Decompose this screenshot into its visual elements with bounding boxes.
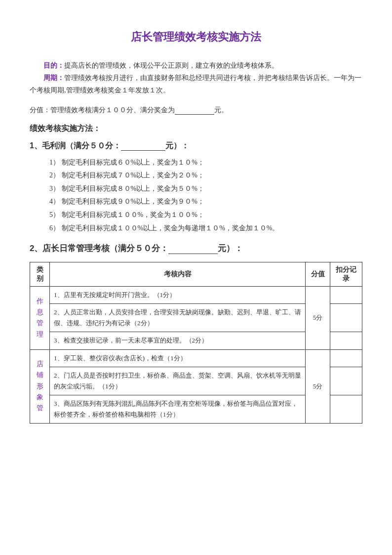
content-cell: 1、店里有无按规定时间开门营业。（1分）	[50, 287, 306, 304]
table-row: 作 息 管 理 1、店里有无按规定时间开门营业。（1分） 5分	[30, 287, 362, 304]
deduct-cell	[330, 304, 362, 332]
score-blank	[175, 106, 214, 115]
deduct-cell	[330, 349, 362, 367]
assessment-table: 类别 考核内容 分值 扣分记录 作 息 管 理 1、店里有无按规定时间开门营业。…	[30, 262, 362, 424]
purpose-line: 目的：提高店长的管理绩效，体现公平公正原则，建立有效的业绩考核体系。	[30, 59, 362, 72]
deduct-cell	[330, 287, 362, 304]
list-item: 3） 制定毛利目标完成８０%以上，奖金为５０%；	[49, 182, 362, 196]
content-cell: 3、商品区陈列有无陈列混乱,商品陈列不合理,有空柜等现像，标价签与商品位置对应，…	[50, 395, 306, 423]
item2-title: 2、店长日常管理考核（满分５０分： 元）：	[30, 243, 362, 254]
category-label: 作 息 管 理	[34, 296, 45, 341]
period-line: 周期：管理绩效考核按月进行，由直接财务部和总经理共同进行考核，并把考核结果告诉店…	[30, 72, 362, 96]
item2-blank	[168, 244, 218, 254]
item1-title: 1、毛利润（满分５０分： 元）：	[30, 141, 362, 151]
page: 店长管理绩效考核实施方法 目的：提高店长的管理绩效，体现公平公正原则，建立有效的…	[0, 0, 392, 555]
page-title: 店长管理绩效考核实施方法	[30, 30, 362, 44]
intro-section: 目的：提高店长的管理绩效，体现公平公正原则，建立有效的业绩考核体系。 周期：管理…	[30, 59, 362, 97]
score-cell-2: 5分	[306, 349, 330, 423]
item1-title-text: 1、毛利润（满分５０分：	[30, 141, 121, 150]
header-score: 分值	[306, 262, 330, 287]
content-cell: 1、穿工装、整仪容仪表(含店长)，检查（1分）	[50, 349, 306, 367]
deduct-cell	[330, 395, 362, 423]
period-text: 管理绩效考核按月进行，由直接财务部和总经理共同进行考核，并把考核结果告诉店长。一…	[30, 74, 361, 94]
methods-title: 绩效考核实施方法：	[30, 124, 362, 134]
list-item: 5） 制定毛利目标完成１００%，奖金为１００%；	[49, 209, 362, 222]
deduct-cell	[330, 367, 362, 395]
category-label: 店 铺 形 象 管	[34, 359, 45, 414]
item2-title-end: 元）：	[218, 244, 243, 253]
purpose-label: 目的：	[43, 62, 64, 69]
content-cell: 2、门店人员是否按时打扫卫生，标价条、商品盒、货架、空调、风扇、饮水机等无明显的…	[50, 367, 306, 395]
purpose-text: 提高店长的管理绩效，体现公平公正原则，建立有效的业绩考核体系。	[64, 62, 278, 69]
deduct-cell	[330, 332, 362, 349]
content-cell: 3、检查交接班记录，前一天未尽事宜的处理。（2分）	[50, 332, 306, 349]
list-item: 2） 制定毛利目标完成７０%以上，奖金为２０%；	[49, 169, 362, 182]
header-content: 考核内容	[50, 262, 306, 287]
list-item: 1） 制定毛利目标完成６０%以上，奖金为１０%；	[49, 156, 362, 170]
header-category: 类别	[30, 262, 50, 287]
score-cell-1: 5分	[306, 287, 330, 349]
table-row: 店 铺 形 象 管 1、穿工装、整仪容仪表(含店长)，检查（1分） 5分	[30, 349, 362, 367]
category-zuoxi: 作 息 管 理	[30, 287, 50, 349]
score-unit: 元。	[214, 106, 228, 114]
period-label: 周期：	[43, 74, 64, 82]
header-deduct: 扣分记录	[330, 262, 362, 287]
content-cell: 2、人员正常出勤，人员安排合理，合理安排无缺岗现像。缺勤、迟到、早退、旷工、请假…	[50, 304, 306, 332]
item1-title-end: 元）：	[165, 141, 189, 150]
table-header-row: 类别 考核内容 分值 扣分记录	[30, 262, 362, 287]
list-item: 4） 制定毛利目标完成９０%以上，奖金为９０%；	[49, 195, 362, 209]
item2-title-text: 2、店长日常管理考核（满分５０分：	[30, 244, 168, 253]
category-dianpu: 店 铺 形 象 管	[30, 349, 50, 423]
item1-sublist: 1） 制定毛利目标完成６０%以上，奖金为１０%； 2） 制定毛利目标完成７０%以…	[30, 156, 362, 235]
list-item: 6） 制定毛利目标完成１００%以上，奖金为每递增１０%，奖金加１０%。	[49, 222, 362, 235]
score-line: 分值：管理绩效考核满分１００分、满分奖金为 元。	[30, 106, 362, 115]
score-text: 分值：管理绩效考核满分１００分、满分奖金为	[30, 106, 175, 114]
item1-blank	[121, 141, 165, 151]
